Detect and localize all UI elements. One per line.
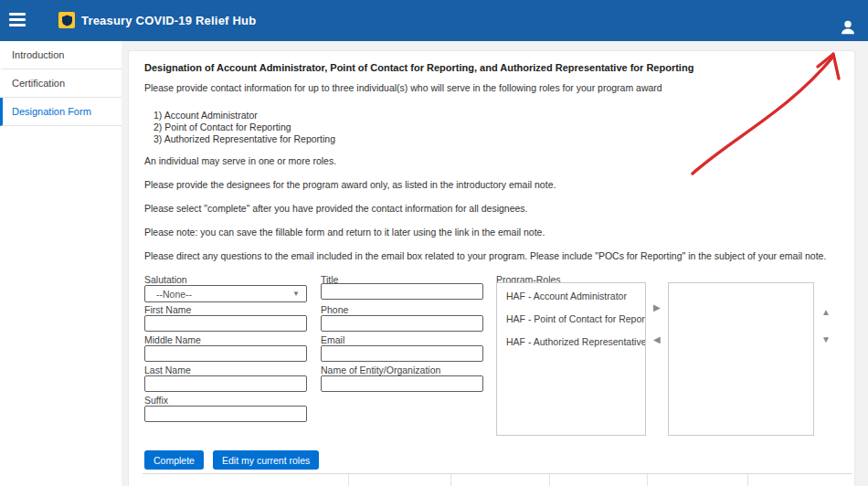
program-role-option[interactable]: HAF - Point of Contact for Reporting xyxy=(497,306,645,329)
note-text: An individual may serve in one or more r… xyxy=(144,155,839,166)
program-role-option[interactable]: HAF - Account Administrator xyxy=(497,283,645,306)
last-name-field[interactable] xyxy=(144,375,307,392)
salutation-select[interactable]: --None-- ▼ xyxy=(144,285,307,302)
complete-button[interactable]: Complete xyxy=(144,450,204,470)
move-right-icon[interactable]: ▶ xyxy=(653,303,661,312)
role-list-item: 3) Authorized Representative for Reporti… xyxy=(153,133,335,144)
sidebar-item-introduction[interactable]: Introduction xyxy=(0,41,122,69)
user-avatar-icon[interactable] xyxy=(840,19,856,36)
note-text: Please direct any questions to the email… xyxy=(144,250,839,261)
salutation-label: Salutation xyxy=(144,274,187,285)
designation-form-panel: Designation of Account Administrator, Po… xyxy=(128,50,855,486)
middle-name-label: Middle Name xyxy=(144,334,201,345)
title-field[interactable] xyxy=(321,283,483,300)
move-up-icon[interactable]: ▲ xyxy=(821,308,831,317)
move-left-icon[interactable]: ◀ xyxy=(653,335,661,344)
email-field[interactable] xyxy=(321,345,483,362)
role-list-item: 2) Point of Contact for Reporting xyxy=(153,122,291,132)
suffix-label: Suffix xyxy=(144,395,168,406)
treasury-logo-icon xyxy=(58,12,75,28)
sidebar-item-designation-form[interactable]: Designation Form xyxy=(0,98,122,126)
app-title: Treasury COVID-19 Relief Hub xyxy=(81,14,256,27)
note-text: Please select "complete" after you have … xyxy=(144,203,839,214)
menu-icon[interactable] xyxy=(9,13,27,28)
form-heading: Designation of Account Administrator, Po… xyxy=(144,62,820,73)
program-roles-selected-listbox[interactable] xyxy=(668,282,814,436)
form-intro: Please provide contact information for u… xyxy=(144,82,839,93)
sidebar-nav: Introduction Certification Designation F… xyxy=(0,41,122,486)
cut-off-table xyxy=(143,473,852,486)
phone-label: Phone xyxy=(321,304,348,315)
app-window: Treasury COVID-19 Relief Hub Introductio… xyxy=(0,0,868,486)
role-list-item: 1) Account Administrator xyxy=(153,110,258,121)
first-name-label: First Name xyxy=(144,304,191,315)
entity-name-field[interactable] xyxy=(321,375,483,392)
email-label: Email xyxy=(321,334,344,345)
first-name-field[interactable] xyxy=(144,315,307,332)
entity-name-label: Name of Entity/Organization xyxy=(321,364,440,375)
top-navigation-bar: Treasury COVID-19 Relief Hub xyxy=(0,0,868,41)
note-text: Please provide the designees for the pro… xyxy=(144,179,839,190)
middle-name-field[interactable] xyxy=(144,345,307,362)
chevron-down-icon: ▼ xyxy=(292,290,300,298)
edit-current-roles-button[interactable]: Edit my current roles xyxy=(213,450,319,470)
last-name-label: Last Name xyxy=(144,364,191,375)
phone-field[interactable] xyxy=(321,315,483,332)
move-down-icon[interactable]: ▼ xyxy=(821,335,831,344)
program-role-option[interactable]: HAF - Authorized Representative fo... xyxy=(497,329,645,352)
salutation-selected-value: --None-- xyxy=(156,289,192,300)
program-roles-available-listbox: HAF - Account Administrator HAF - Point … xyxy=(496,282,646,436)
suffix-field[interactable] xyxy=(144,406,307,422)
note-text: Please note: you can save the fillable f… xyxy=(144,227,839,238)
sidebar-item-certification[interactable]: Certification xyxy=(0,69,122,98)
